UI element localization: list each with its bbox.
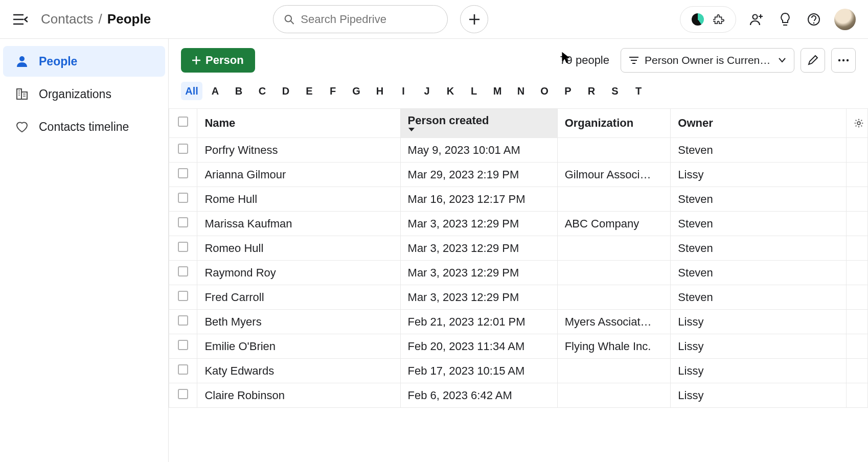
cell-owner[interactable]: Lissy: [671, 310, 847, 334]
alpha-filter-k[interactable]: K: [440, 82, 461, 100]
cell-organization[interactable]: [557, 285, 671, 310]
checkbox-icon[interactable]: [178, 291, 188, 301]
checkbox-icon[interactable]: [178, 315, 188, 326]
cell-organization[interactable]: Myers Associat…: [557, 310, 671, 334]
checkbox-icon[interactable]: [178, 193, 188, 203]
global-search-input[interactable]: [301, 13, 437, 26]
row-select[interactable]: [169, 138, 197, 163]
alpha-filter-b[interactable]: B: [228, 82, 249, 100]
row-select[interactable]: [169, 285, 197, 310]
alpha-filter-j[interactable]: J: [416, 82, 438, 100]
sidebar-item-contacts-timeline[interactable]: Contacts timeline: [3, 111, 165, 142]
cell-name[interactable]: Porfry Witness: [197, 138, 400, 163]
table-row[interactable]: Romeo HullMar 3, 2023 12:29 PMSteven: [169, 236, 868, 261]
cell-organization[interactable]: [557, 236, 671, 261]
row-select[interactable]: [169, 383, 197, 408]
alpha-filter-f[interactable]: F: [322, 82, 344, 100]
cell-name[interactable]: Claire Robinson: [197, 383, 400, 408]
alpha-filter-o[interactable]: O: [534, 82, 555, 100]
cell-owner[interactable]: Lissy: [671, 163, 847, 187]
cell-organization[interactable]: ABC Company: [557, 212, 671, 236]
cell-owner[interactable]: Lissy: [671, 383, 847, 408]
row-select[interactable]: [169, 187, 197, 212]
more-actions-button[interactable]: [831, 48, 856, 73]
row-select[interactable]: [169, 236, 197, 261]
sidebar-item-organizations[interactable]: Organizations: [3, 79, 165, 109]
help-button[interactable]: [806, 11, 822, 28]
cell-owner[interactable]: Lissy: [671, 334, 847, 359]
breadcrumb-root[interactable]: Contacts: [41, 11, 94, 27]
alpha-filter-d[interactable]: D: [275, 82, 296, 100]
cell-owner[interactable]: Steven: [671, 261, 847, 285]
cell-name[interactable]: Rome Hull: [197, 187, 400, 212]
alpha-filter-i[interactable]: I: [393, 82, 414, 100]
cell-name[interactable]: Beth Myers: [197, 310, 400, 334]
cell-name[interactable]: Katy Edwards: [197, 359, 400, 383]
cell-owner[interactable]: Steven: [671, 236, 847, 261]
cell-organization[interactable]: Flying Whale Inc.: [557, 334, 671, 359]
table-row[interactable]: Rome HullMar 16, 2023 12:17 PMSteven: [169, 187, 868, 212]
cell-name[interactable]: Arianna Gilmour: [197, 163, 400, 187]
cell-owner[interactable]: Steven: [671, 285, 847, 310]
tips-button[interactable]: [777, 11, 793, 28]
table-row[interactable]: Raymond RoyMar 3, 2023 12:29 PMSteven: [169, 261, 868, 285]
table-row[interactable]: Claire RobinsonFeb 6, 2023 6:42 AMLissy: [169, 383, 868, 408]
row-select[interactable]: [169, 261, 197, 285]
alpha-filter-m[interactable]: M: [487, 82, 508, 100]
alpha-filter-n[interactable]: N: [510, 82, 532, 100]
checkbox-icon[interactable]: [178, 242, 188, 252]
edit-columns-button[interactable]: [801, 48, 825, 73]
checkbox-icon[interactable]: [178, 266, 188, 276]
table-row[interactable]: Fred CarrollMar 3, 2023 12:29 PMSteven: [169, 285, 868, 310]
collapse-sidebar-button[interactable]: [12, 11, 29, 28]
row-select[interactable]: [169, 163, 197, 187]
alpha-filter-all[interactable]: All: [181, 82, 202, 100]
cell-name[interactable]: Marissa Kaufman: [197, 212, 400, 236]
alpha-filter-g[interactable]: G: [346, 82, 367, 100]
alpha-filter-h[interactable]: H: [369, 82, 391, 100]
table-row[interactable]: Arianna GilmourMar 29, 2023 2:19 PMGilmo…: [169, 163, 868, 187]
table-row[interactable]: Porfry WitnessMay 9, 2023 10:01 AMSteven: [169, 138, 868, 163]
cell-name[interactable]: Romeo Hull: [197, 236, 400, 261]
checkbox-icon[interactable]: [178, 117, 188, 127]
alpha-filter-s[interactable]: S: [604, 82, 626, 100]
cell-name[interactable]: Fred Carroll: [197, 285, 400, 310]
alpha-filter-p[interactable]: P: [557, 82, 579, 100]
table-row[interactable]: Marissa KaufmanMar 3, 2023 12:29 PMABC C…: [169, 212, 868, 236]
add-person-button[interactable]: Person: [181, 48, 255, 73]
column-header-owner[interactable]: Owner: [671, 109, 847, 138]
row-select[interactable]: [169, 310, 197, 334]
alpha-filter-e[interactable]: E: [299, 82, 320, 100]
checkbox-icon[interactable]: [178, 389, 188, 399]
cell-owner[interactable]: Steven: [671, 138, 847, 163]
cell-organization[interactable]: Gilmour Associ…: [557, 163, 671, 187]
cell-organization[interactable]: [557, 187, 671, 212]
column-header-person-created[interactable]: Person created: [400, 109, 557, 138]
sidebar-item-people[interactable]: People: [3, 46, 165, 77]
cell-organization[interactable]: [557, 359, 671, 383]
checkbox-icon[interactable]: [178, 340, 188, 350]
alpha-filter-a[interactable]: A: [204, 82, 226, 100]
invite-users-button[interactable]: [748, 11, 765, 28]
table-row[interactable]: Katy EdwardsFeb 17, 2023 10:15 AMLissy: [169, 359, 868, 383]
checkbox-icon[interactable]: [178, 144, 188, 154]
user-avatar[interactable]: [834, 9, 856, 30]
cell-organization[interactable]: [557, 383, 671, 408]
column-header-organization[interactable]: Organization: [557, 109, 671, 138]
cell-owner[interactable]: Lissy: [671, 359, 847, 383]
checkbox-icon[interactable]: [178, 217, 188, 227]
cell-name[interactable]: Raymond Roy: [197, 261, 400, 285]
app-status-pill[interactable]: [680, 6, 736, 33]
cell-owner[interactable]: Steven: [671, 212, 847, 236]
row-select[interactable]: [169, 334, 197, 359]
global-add-button[interactable]: [460, 5, 488, 33]
checkbox-icon[interactable]: [178, 168, 188, 178]
alpha-filter-r[interactable]: R: [581, 82, 602, 100]
alpha-filter-t[interactable]: T: [628, 82, 649, 100]
table-row[interactable]: Emilie O'BrienFeb 20, 2023 11:34 AMFlyin…: [169, 334, 868, 359]
table-settings-header[interactable]: [847, 109, 868, 138]
row-select[interactable]: [169, 359, 197, 383]
column-header-name[interactable]: Name: [197, 109, 400, 138]
cell-organization[interactable]: [557, 138, 671, 163]
row-select[interactable]: [169, 212, 197, 236]
